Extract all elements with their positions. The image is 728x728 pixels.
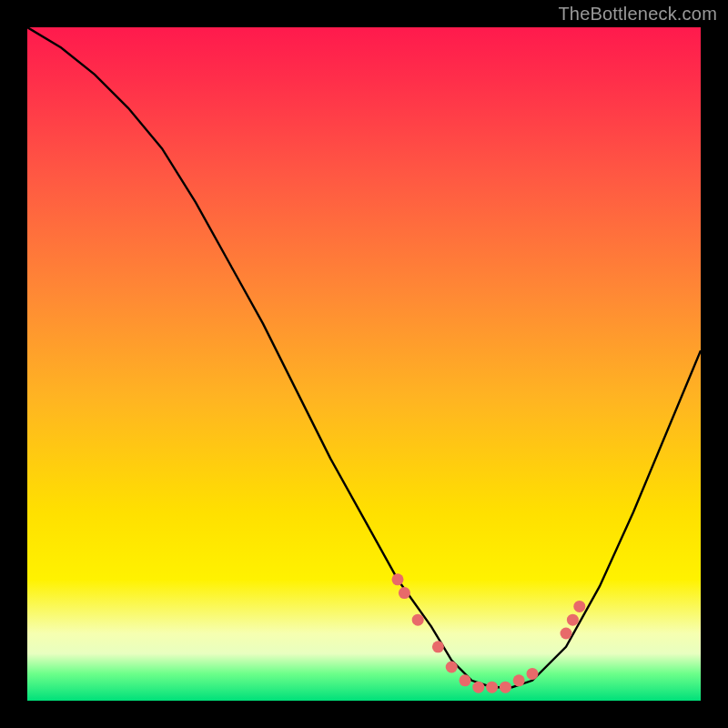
highlight-marker <box>392 573 404 585</box>
chart-frame: TheBottleneck.com <box>0 0 728 728</box>
bottleneck-curve <box>27 27 701 687</box>
highlight-marker <box>446 662 458 673</box>
highlight-marker <box>399 587 410 599</box>
plot-area <box>27 27 701 701</box>
highlight-marker <box>472 682 484 693</box>
highlight-marker <box>412 614 424 626</box>
highlight-marker <box>567 614 579 626</box>
highlight-marker <box>460 674 471 686</box>
watermark-text: TheBottleneck.com <box>558 4 717 25</box>
highlight-marker <box>486 682 498 693</box>
highlight-markers <box>392 573 586 693</box>
bottleneck-curve-svg <box>27 27 701 701</box>
highlight-marker <box>561 628 572 640</box>
highlight-marker <box>573 601 585 612</box>
highlight-marker <box>432 641 444 652</box>
highlight-marker <box>500 682 511 693</box>
highlight-marker <box>527 668 539 680</box>
highlight-marker <box>513 674 525 686</box>
